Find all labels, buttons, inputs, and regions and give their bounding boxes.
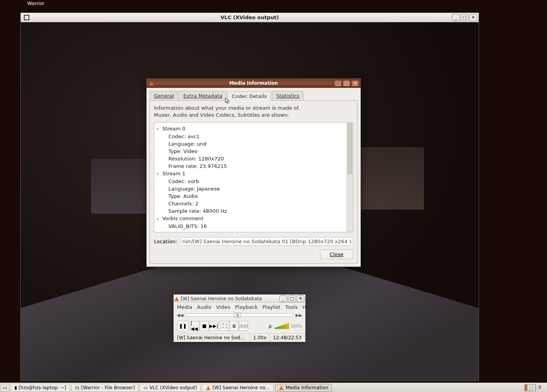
seek-thumb[interactable]: || [234,312,241,318]
xvideo-title: VLC (XVideo output) [21,14,479,20]
tree-row[interactable]: HDCD: 0 [157,230,349,232]
close-button[interactable]: ✕ [297,295,304,302]
speaker-icon[interactable]: 🔊 [268,324,273,328]
desktop-folder-label[interactable]: Warrior [27,1,45,6]
seek-slider[interactable]: || [186,314,293,317]
close-window-button[interactable]: ✕ [351,80,359,87]
codec-tree[interactable]: ▿ Stream 0 Codec: avc1 Language: und Typ… [154,122,353,232]
close-button[interactable]: Close [320,249,353,259]
menu-help[interactable]: Help [302,304,314,310]
vlc-menubar: Media Audio Video Playback Playlist Tool… [174,303,305,312]
terminal-icon: ▮ [14,385,17,390]
pause-button[interactable]: ❚❚ [177,320,189,332]
xvideo-titlebar[interactable]: VLC (XVideo output) _ □ ✕ [21,13,479,22]
vlc-window-title: [W] Saenai Heroine no Sodatekata [181,296,262,301]
menu-audio[interactable]: Audio [197,304,211,310]
volume-slider[interactable] [274,323,289,329]
desktop-icon: ▭ [3,385,7,390]
disclosure-triangle-icon[interactable]: ▿ [157,125,161,133]
menu-video[interactable]: Video [216,304,230,310]
tree-row[interactable]: VALID_BITS: 16 [157,223,349,230]
equalizer-icon: ⎍⎍⎍ [240,323,248,329]
media-info-tabs: General Extra Metadata Codec Details Sta… [150,91,358,100]
vlc-cone-icon [279,385,284,390]
tree-row[interactable]: Type: Audio [157,192,349,200]
vlc-player-window: [W] Saenai Heroine no Sodatekata _ □ ✕ M… [173,294,306,342]
menu-playlist[interactable]: Playlist [262,304,280,310]
menu-playback[interactable]: Playback [235,304,257,310]
vlc-statusbar: [W] Saenai Heroine no Sod… 1.00x 12:48/2… [174,333,305,342]
volume-percent: 100% [291,324,302,328]
stream-1-head[interactable]: ▿ Stream 1 [157,170,349,178]
status-speed[interactable]: 1.00x [250,334,270,342]
codec-description: Information about what your media or str… [154,105,353,118]
maximize-button[interactable]: □ [288,295,296,302]
media-info-titlebar[interactable]: Media Information _ □ ✕ [147,78,361,88]
scrollbar-thumb[interactable] [348,123,352,174]
tab-statistics[interactable]: Statistics [272,91,304,100]
tab-extra-metadata[interactable]: Extra Metadata [179,91,227,100]
show-desktop-button[interactable]: ▭ [1,384,9,392]
location-field[interactable] [180,237,353,246]
status-time[interactable]: 12:48/22:53 [270,334,305,342]
codec-details-pane: Information about what your media or str… [150,100,358,264]
media-info-title: Media Information [147,80,361,86]
tab-codec-details[interactable]: Codec Details [227,91,271,101]
maximize-button[interactable]: □ [343,80,350,87]
system-tray: 🗑 [524,384,546,391]
menu-tools[interactable]: Tools [285,304,298,310]
tree-row[interactable]: Codec: vorb [157,178,349,185]
tab-general[interactable]: General [150,91,178,100]
folder-icon: 🗀 [75,385,80,390]
seek-back-button[interactable]: ◀◀ [177,312,183,318]
minimize-button[interactable]: _ [452,14,460,21]
minimize-button[interactable]: _ [334,80,342,87]
disclosure-triangle-icon[interactable]: ▿ [157,170,161,178]
playlist-button[interactable]: ≣ [229,321,239,331]
stream-0-head[interactable]: ▿ Stream 0 [157,125,349,133]
taskbar-item-vlc[interactable]: [W] Saenai Heroine no… [202,384,274,392]
previous-button[interactable]: |◀◀ [190,321,200,331]
taskbar-item-media-info[interactable]: Media Information [275,384,332,392]
window-icon: ▭ [143,385,148,390]
disclosure-triangle-icon[interactable]: ▿ [157,215,161,223]
seek-forward-button[interactable]: ▶▶ [296,312,302,318]
tree-row[interactable]: Language: Japanese [157,185,349,192]
trash-icon[interactable]: 🗑 [538,384,545,391]
tree-row[interactable]: Channels: 2 [157,200,349,207]
tree-row[interactable]: Sample rate: 48000 Hz [157,207,349,215]
next-button[interactable]: ▶▶| [209,321,218,331]
tree-row[interactable]: Resolution: 1280x720 [157,155,349,162]
tree-row[interactable]: Type: Video [157,148,349,155]
taskbar: ▭ ▮ [hzs@hzs-laptop: ~] 🗀 [Warrior - Fil… [0,383,547,392]
media-info-dialog: Media Information _ □ ✕ General Extra Me… [146,78,361,267]
location-label: Location: [154,239,177,244]
tree-row[interactable]: Frame rate: 23.976215 [157,162,349,170]
vlc-cone-icon [206,385,211,390]
vlc-titlebar[interactable]: [W] Saenai Heroine no Sodatekata _ □ ✕ [174,295,305,303]
taskbar-item-xvideo[interactable]: ▭ VLC (XVideo output) [140,384,200,392]
stop-button[interactable]: ■ [200,321,209,331]
vorbis-comment-head[interactable]: ▿ Vorbis comment [157,215,349,223]
menu-media[interactable]: Media [177,304,192,310]
extended-settings-button[interactable]: ⎍⎍⎍ [239,321,248,331]
minimize-button[interactable]: _ [279,295,287,302]
status-filename: [W] Saenai Heroine no Sod… [174,334,250,342]
tree-row[interactable]: Codec: avc1 [157,133,349,140]
close-button[interactable]: ✕ [469,14,477,21]
tree-row[interactable]: Language: und [157,140,349,148]
taskbar-item-filebrowser[interactable]: 🗀 [Warrior - File Browser] [72,384,139,392]
taskbar-item-terminal[interactable]: ▮ [hzs@hzs-laptop: ~] [11,384,70,392]
tree-scrollbar[interactable] [347,123,353,232]
fullscreen-button[interactable]: ⛶ [220,321,229,331]
maximize-button[interactable]: □ [461,14,468,21]
vlc-cone-icon [174,296,179,301]
workspace-switcher[interactable] [524,384,536,391]
